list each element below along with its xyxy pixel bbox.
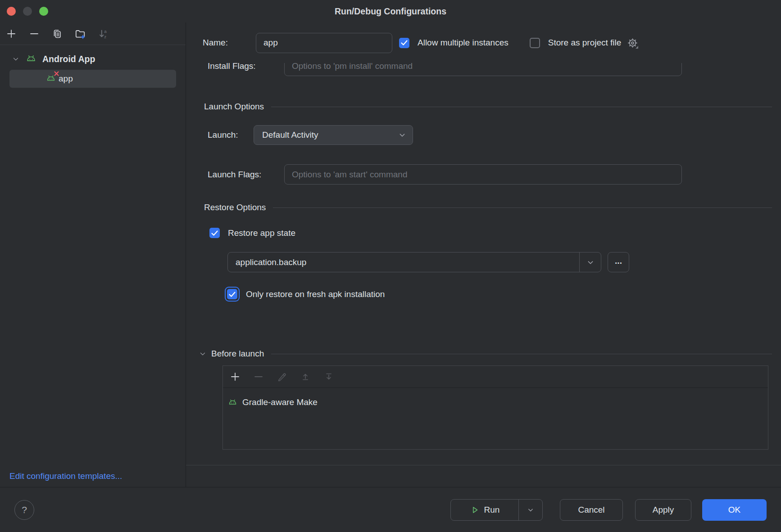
move-up-icon[interactable] [300,371,311,383]
only-restore-label[interactable]: Only restore on fresh apk installation [246,289,385,299]
configurations-sidebar: a z Android Ap [0,23,186,487]
titlebar: Run/Debug Configurations [0,0,781,23]
store-as-project-file-checkbox[interactable] [530,38,540,48]
combobox-dropdown-button[interactable] [579,252,601,272]
collapse-chevron-icon[interactable] [199,350,207,358]
help-button-label: ? [22,505,27,515]
new-folder-icon[interactable] [74,28,86,40]
restore-options-section-header: Restore Options [186,203,781,212]
move-down-icon[interactable] [323,371,335,383]
tree-group-label: Android App [42,54,95,64]
launch-options-section-header: Launch Options [186,102,781,112]
name-row: Name: Allow multiple instances Store as … [186,23,781,63]
ok-button-label: OK [728,505,740,515]
error-badge-icon [54,71,59,76]
launch-flags-input[interactable] [284,164,682,185]
tree-item-label: app [59,74,73,84]
run-split-button: Run [450,499,543,521]
restore-app-state-checkbox[interactable] [209,228,220,238]
browse-button[interactable]: ... [608,252,629,272]
launch-flags-label: Launch Flags: [208,170,284,180]
svg-text:z: z [104,34,106,39]
cancel-button-label: Cancel [578,505,604,515]
section-divider [273,207,772,208]
tree-item-app[interactable]: app [9,70,176,88]
edit-configuration-templates-link[interactable]: Edit configuration templates... [9,471,122,481]
focus-ring [225,287,240,302]
restore-app-state-label[interactable]: Restore app state [228,228,295,238]
run-button[interactable]: Run [451,500,518,520]
chevron-down-icon [397,130,407,140]
launch-select[interactable]: Default Activity [254,125,413,145]
footer-buttons: Run Cancel Apply OK [450,499,767,521]
play-icon [470,505,480,515]
apply-button[interactable]: Apply [635,499,691,521]
section-divider [271,107,772,107]
only-restore-checkbox[interactable] [227,289,237,299]
help-button[interactable]: ? [14,500,34,520]
remove-task-icon[interactable] [253,371,264,383]
allow-multiple-instances-checkbox[interactable] [399,38,409,48]
edit-task-icon[interactable] [276,371,288,383]
name-label: Name: [203,38,256,48]
tree-group-android-app[interactable]: Android App [0,50,186,68]
android-icon [227,397,238,408]
remove-configuration-icon[interactable] [28,28,40,40]
before-launch-header: Before launch [186,349,781,359]
task-item-label: Gradle-aware Make [242,397,318,407]
cancel-button[interactable]: Cancel [560,499,623,521]
add-task-icon[interactable] [229,371,241,383]
sort-configurations-icon[interactable]: a z [97,28,109,40]
allow-multiple-instances-label[interactable]: Allow multiple instances [418,38,509,48]
apply-button-label: Apply [653,505,674,515]
android-error-icon [45,73,56,84]
window-title: Run/Debug Configurations [335,6,446,17]
only-restore-row: Only restore on fresh apk installation [186,287,781,302]
restore-app-state-row: Restore app state [186,228,781,238]
main-bottom-spacer [186,465,781,487]
sidebar-toolbar: a z [0,23,186,45]
backup-file-row: application.backup ... [186,252,781,272]
launch-flags-row: Launch Flags: [186,164,781,185]
run-options-chevron-button[interactable] [519,500,542,520]
copy-configuration-icon[interactable] [51,28,63,40]
backup-file-value: application.backup [228,252,579,272]
gear-icon[interactable] [627,37,639,49]
run-button-label: Run [484,505,500,515]
task-item-gradle-aware-make[interactable]: Gradle-aware Make [227,393,768,411]
install-flags-label: Install Flags: [208,63,284,71]
dialog-footer: ? Run Cancel Apply OK [0,487,781,532]
backup-file-combobox[interactable]: application.backup [227,252,601,272]
browse-button-label: ... [615,256,622,266]
store-as-project-file-group: Store as project file [530,37,639,49]
configuration-editor: Name: Allow multiple instances Store as … [186,23,781,487]
before-launch-task-list: Gradle-aware Make [223,388,768,449]
name-input[interactable] [256,33,392,53]
android-icon [25,53,37,65]
launch-options-title: Launch Options [204,102,264,112]
dialog-body: a z Android Ap [0,23,781,487]
minimize-window-button[interactable] [23,7,32,16]
install-flags-input[interactable] [284,63,682,76]
section-divider [271,354,772,354]
launch-label: Launch: [208,130,254,140]
allow-multiple-instances-group: Allow multiple instances [399,38,509,48]
zoom-window-button[interactable] [39,7,48,16]
before-launch-title: Before launch [211,349,264,359]
configurations-tree: Android App app [0,45,186,88]
svg-text:a: a [104,29,107,34]
ok-button[interactable]: OK [702,499,767,521]
templates-link-row: Edit configuration templates... [0,465,186,487]
launch-select-value: Default Activity [262,130,397,140]
store-as-project-file-label[interactable]: Store as project file [548,38,622,48]
before-launch-panel: Gradle-aware Make [222,365,768,450]
install-flags-row: Install Flags: [186,63,781,76]
launch-row: Launch: Default Activity [186,125,781,145]
traffic-lights [7,7,48,16]
close-window-button[interactable] [7,7,16,16]
add-configuration-icon[interactable] [5,28,17,40]
scrollable-form-area: Install Flags: Launch Options Launch: De… [186,63,781,465]
restore-options-title: Restore Options [204,203,266,212]
chevron-down-icon[interactable] [12,55,20,63]
before-launch-toolbar [223,366,768,388]
